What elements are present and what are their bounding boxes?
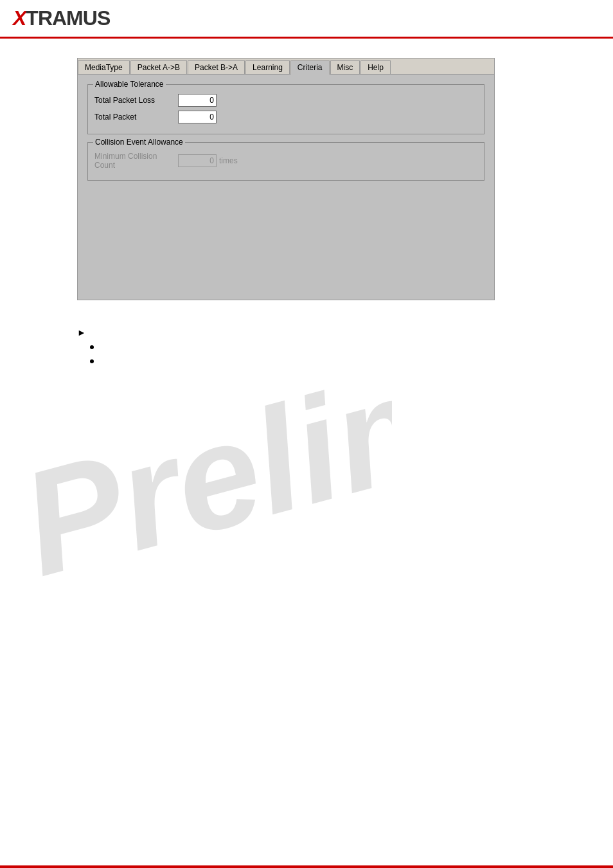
header: XTRAMUS xyxy=(0,0,613,39)
tab-packet-ba[interactable]: Packet B->A xyxy=(188,60,245,74)
arrow-item: ► xyxy=(77,326,600,338)
tab-panel: MediaType Packet A->B Packet B->A Learni… xyxy=(77,58,495,300)
total-packet-loss-row: Total Packet Loss xyxy=(94,94,477,107)
times-unit: times xyxy=(219,156,238,165)
collision-event-group: Collision Event Allowance Minimum Collis… xyxy=(87,142,484,181)
tab-packet-ab[interactable]: Packet A->B xyxy=(130,60,187,74)
footer-bar xyxy=(0,865,613,868)
total-packet-loss-label: Total Packet Loss xyxy=(94,96,178,105)
minimum-collision-label: Minimum Collision Count xyxy=(94,152,178,170)
total-packet-row: Total Packet xyxy=(94,111,477,123)
logo: XTRAMUS xyxy=(13,6,110,30)
list-item-1 xyxy=(90,343,600,349)
main-content: MediaType Packet A->B Packet B->A Learni… xyxy=(0,39,613,313)
total-packet-label: Total Packet xyxy=(94,113,178,122)
tab-criteria[interactable]: Criteria xyxy=(290,60,330,75)
tab-help[interactable]: Help xyxy=(360,60,391,74)
bullet-list xyxy=(77,343,600,363)
tab-learning[interactable]: Learning xyxy=(245,60,290,74)
bullet-dot-2 xyxy=(90,359,94,363)
tab-mediatype[interactable]: MediaType xyxy=(78,60,130,74)
minimum-collision-row: Minimum Collision Count times xyxy=(94,152,477,170)
arrow-icon: ► xyxy=(77,327,86,338)
list-item-2 xyxy=(90,357,600,363)
minimum-collision-input xyxy=(178,154,217,167)
bottom-content: ► xyxy=(0,320,613,384)
tab-misc[interactable]: Misc xyxy=(330,60,360,74)
collision-event-label: Collision Event Allowance xyxy=(93,138,185,147)
allowable-tolerance-group: Allowable Tolerance Total Packet Loss To… xyxy=(87,84,484,134)
total-packet-loss-input[interactable] xyxy=(178,94,217,107)
logo-x: X xyxy=(13,6,26,30)
allowable-tolerance-label: Allowable Tolerance xyxy=(93,80,166,89)
bullet-dot-1 xyxy=(90,345,94,349)
tab-bar: MediaType Packet A->B Packet B->A Learni… xyxy=(78,59,494,75)
criteria-content: Allowable Tolerance Total Packet Loss To… xyxy=(78,75,494,300)
total-packet-input[interactable] xyxy=(178,111,217,123)
logo-rest: TRAMUS xyxy=(26,6,110,30)
